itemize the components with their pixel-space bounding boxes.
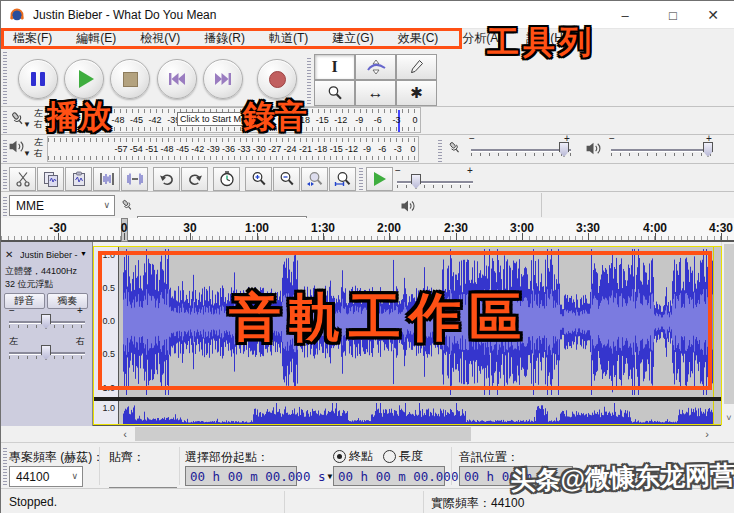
track-close-button[interactable]: ✕: [5, 249, 13, 260]
audio-host-select[interactable]: MME∨: [9, 195, 115, 216]
horizontal-scrollbar-thumb[interactable]: [135, 427, 471, 441]
zoom-out-button[interactable]: [273, 167, 300, 191]
record-meter-dropdown-arrow[interactable]: ▼: [23, 122, 31, 128]
menu-item-6[interactable]: 建立(G): [320, 30, 385, 47]
cut-button[interactable]: [9, 167, 36, 191]
audacity-window: Justin Bieber - What Do You Mean – □ ✕ 檔…: [0, 0, 734, 513]
length-radio[interactable]: 長度: [383, 448, 423, 465]
vertical-scrollbar-thumb[interactable]: [724, 244, 734, 404]
menu-item-4[interactable]: 播錄(R): [192, 30, 257, 47]
snap-label: 貼齊：: [109, 449, 145, 466]
vertical-scrollbar[interactable]: ˅: [721, 242, 734, 426]
tools-gripper[interactable]: [307, 56, 311, 104]
scroll-left-arrow[interactable]: ‹: [117, 426, 133, 442]
pan-left-label: 左: [9, 335, 18, 348]
skip-end-icon: [214, 72, 232, 86]
input-device-mic-icon: [120, 196, 135, 215]
meter-tick--15: -15: [330, 144, 343, 154]
play-meter-dropdown-arrow[interactable]: ▼: [23, 151, 31, 157]
transport-gripper[interactable]: [3, 52, 7, 104]
play-meter-left-label: 左: [34, 137, 43, 148]
waveform-ch2[interactable]: [119, 401, 721, 424]
minimize-button[interactable]: –: [603, 1, 647, 29]
meter-tick--51: -51: [145, 144, 158, 154]
play-button[interactable]: [64, 59, 104, 99]
recording-volume-slider[interactable]: [471, 149, 571, 151]
vertical-ruler-ch2: 1.0: [93, 401, 119, 424]
copy-button[interactable]: [37, 167, 64, 191]
selection-start-value: 00 h 00 m 00.000 s: [190, 469, 325, 484]
zoom-in-button[interactable]: [245, 167, 272, 191]
trim-icon: [98, 171, 116, 187]
trim-audio-button[interactable]: [93, 167, 120, 191]
mixer-gripper[interactable]: [438, 138, 442, 162]
device-gripper[interactable]: [3, 196, 7, 216]
redo-button[interactable]: [181, 167, 208, 191]
scroll-right-arrow[interactable]: ›: [699, 426, 715, 442]
audio-position-field[interactable]: 00 h 00 m 00.000 s: [459, 466, 573, 486]
menu-item-7[interactable]: 效果(C): [386, 30, 451, 47]
paste-button[interactable]: [65, 167, 92, 191]
track-menu-arrow[interactable]: ▼: [80, 250, 87, 257]
meter-tick--54: -54: [130, 144, 143, 154]
title-bar: Justin Bieber - What Do You Mean – □ ✕: [1, 1, 734, 29]
stop-button[interactable]: [110, 59, 150, 99]
playback-meter[interactable]: -57-54-51-48-45-42-39-36-33-30-27-24-21-…: [47, 136, 419, 162]
timeline-major-tick: [588, 233, 589, 240]
undo-button[interactable]: [153, 167, 180, 191]
timeline-ruler[interactable]: -300301:001:302:002:303:003:304:004:30: [1, 218, 734, 242]
envelope-tool-button[interactable]: [355, 54, 396, 80]
play-at-speed-button[interactable]: [366, 167, 393, 191]
track-control-panel[interactable]: ✕ Justin Bieber - W ▼ 立體聲，44100Hz 32 位元浮…: [1, 242, 93, 426]
sync-lock-clock-button[interactable]: [213, 167, 240, 191]
track-title[interactable]: Justin Bieber - W: [20, 250, 78, 260]
menu-item-9[interactable]: 說明(H): [514, 30, 579, 47]
pause-button[interactable]: [18, 59, 58, 99]
timefield-dropdown-icon[interactable]: ▼: [327, 472, 332, 481]
selection-gripper[interactable]: [3, 447, 7, 485]
silence-audio-button[interactable]: [121, 167, 148, 191]
window-title: Justin Bieber - What Do You Mean: [33, 8, 216, 22]
selection-start-field[interactable]: 00 h 00 m 00.000 s▼: [185, 466, 297, 486]
redo-icon: [187, 172, 203, 186]
waveform-ch1[interactable]: [119, 247, 721, 397]
project-rate-select[interactable]: 44100∨: [9, 466, 83, 487]
edit-gripper[interactable]: [3, 168, 7, 192]
end-radio[interactable]: 終點: [333, 448, 373, 465]
timeshift-tool-button[interactable]: ↔: [355, 80, 396, 106]
scroll-down-arrow[interactable]: ˅: [722, 410, 734, 426]
record-meter-gripper[interactable]: [3, 109, 7, 133]
selection-end-field[interactable]: 00 h 00 m 00.000 s▼: [333, 466, 445, 486]
meter-tick--48: -48: [161, 144, 174, 154]
meter-tick--21: -21: [299, 144, 312, 154]
horizontal-scrollbar[interactable]: ‹ ›: [93, 426, 734, 442]
meter-tick--33: -33: [237, 144, 250, 154]
menu-item-5[interactable]: 軌道(T): [257, 30, 320, 47]
selection-tool-button[interactable]: I: [314, 54, 355, 80]
play-speed-slider[interactable]: [397, 181, 473, 183]
menu-item-1[interactable]: 檔案(F): [1, 30, 64, 47]
vertical-ruler-ch1: 1.00.50.00.51.0: [93, 247, 119, 397]
play-meter-gripper[interactable]: [3, 138, 7, 162]
envelope-icon: [366, 59, 386, 75]
skip-to-end-button[interactable]: [203, 59, 243, 99]
menu-item-3[interactable]: 檢視(V): [128, 30, 192, 47]
fit-project-button[interactable]: [329, 167, 356, 191]
transcription-gripper[interactable]: [359, 168, 363, 190]
meter-tick--9: -9: [355, 115, 363, 125]
multi-tool-button[interactable]: ✱: [396, 80, 437, 106]
menu-item-2[interactable]: 編輯(E): [64, 30, 128, 47]
track-format-line1: 立體聲，44100Hz: [5, 265, 77, 278]
menu-item-8[interactable]: 分析(A): [450, 30, 514, 47]
draw-tool-button[interactable]: [396, 54, 437, 80]
out-slider-minus: −: [609, 133, 615, 144]
playback-volume-slider[interactable]: [611, 149, 713, 151]
zoom-selection-button[interactable]: [301, 167, 328, 191]
multi-tool-icon: ✱: [410, 84, 423, 102]
close-button[interactable]: ✕: [691, 1, 734, 29]
meter-tooltip: Click to Start Mo: [177, 112, 255, 126]
skip-to-start-button[interactable]: [157, 59, 197, 99]
zoom-tool-button[interactable]: [314, 80, 355, 106]
record-button[interactable]: [257, 59, 297, 99]
maximize-button[interactable]: □: [651, 1, 695, 29]
